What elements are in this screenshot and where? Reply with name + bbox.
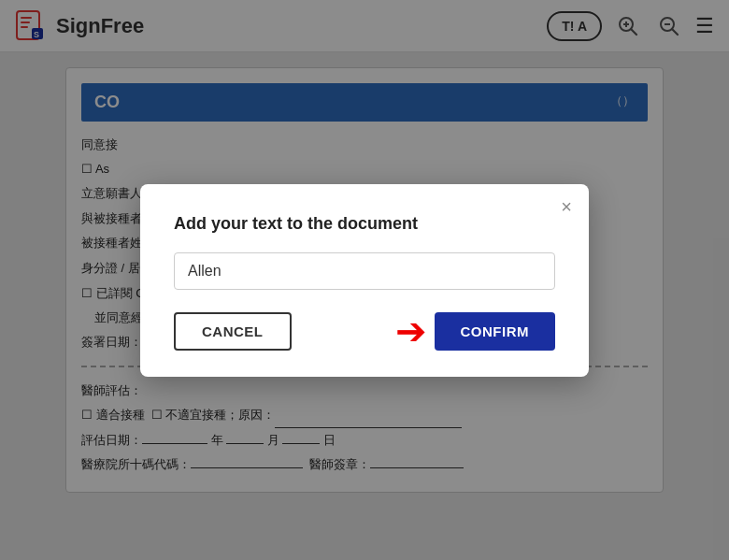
cancel-button[interactable]: CANCEL [174, 312, 292, 351]
modal-close-button[interactable]: × [561, 197, 572, 216]
modal-dialog: × Add your text to the document CANCEL ➔… [140, 184, 589, 377]
modal-title: Add your text to the document [174, 214, 555, 234]
text-input[interactable] [174, 252, 555, 290]
red-arrow-icon: ➔ [395, 312, 427, 350]
arrow-confirm-group: ➔ CONFIRM [395, 312, 556, 351]
modal-overlay: × Add your text to the document CANCEL ➔… [0, 0, 729, 560]
confirm-button[interactable]: CONFIRM [435, 312, 556, 351]
modal-actions: CANCEL ➔ CONFIRM [174, 312, 555, 351]
